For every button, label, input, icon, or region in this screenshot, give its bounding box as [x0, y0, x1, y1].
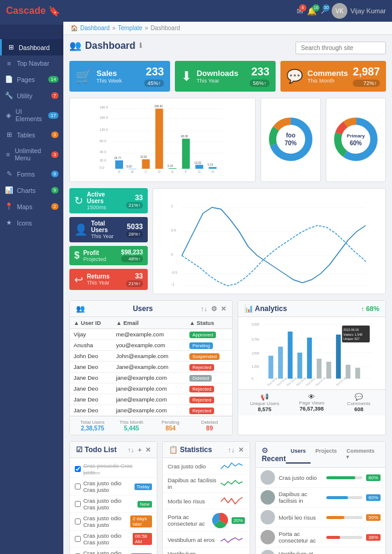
breadcrumb-template[interactable]: Template: [118, 25, 142, 31]
sidebar-item-tables[interactable]: ⊞ Tables 3: [0, 127, 63, 143]
users-icon: 👥: [69, 40, 81, 51]
todo-close-icon[interactable]: ✕: [145, 446, 151, 454]
col-userid: ▲ User ID: [70, 317, 112, 329]
tab-comments[interactable]: Comments ▾: [341, 445, 379, 464]
todo-icon: ☑ Todo List: [76, 445, 116, 454]
todo-checkbox[interactable]: [75, 483, 81, 489]
users-title-icon: 👥: [76, 304, 85, 313]
brand-logo[interactable]: Cascade 🔖: [6, 5, 60, 17]
bar-chart-card: 196.5 160.0 120.0 80.0 40.0 20.0 0.0: [69, 98, 256, 182]
breadcrumb-dashboard[interactable]: Dashboard: [80, 25, 110, 31]
tab-projects[interactable]: Projects: [311, 445, 342, 464]
svg-text:Visitors: 1,548: Visitors: 1,548: [343, 333, 362, 336]
stat-label: Porta ac consectetur ac: [168, 514, 207, 527]
sidebar-item-ui-elements[interactable]: ◈ UI Elements 17: [0, 104, 63, 127]
mini-stat-active-right: 33 21%↑: [126, 194, 143, 209]
ui-badge: 17: [48, 112, 58, 119]
col-email: ▲ Email: [112, 317, 185, 329]
analytics-header: 📊 Analytics ↑ 68%: [238, 301, 385, 317]
mini-stat-returns-info: Returns This Year: [87, 273, 122, 286]
sidebar-item-icons[interactable]: ★ Icons: [0, 215, 63, 231]
todo-text: Cras justo odio Cras justo: [83, 532, 130, 546]
recent-pct: 50%: [366, 514, 381, 521]
mail-icon-wrapper[interactable]: ✉ 4: [297, 7, 303, 16]
topnav-right: ✉ 4 🔔 16 ↗ 30 VK Vijay Kumar: [297, 3, 386, 19]
stat-downloads-value: 233: [250, 66, 270, 78]
stat-label: Morbi leo risus: [168, 498, 217, 505]
af-pageviews: 👁 Page Views 76,57,398: [290, 393, 334, 412]
recent-tabs: Users Projects Comments ▾: [286, 445, 379, 464]
sidebar-collapse-button[interactable]: «: [0, 25, 63, 39]
sidebar-label-tables: Tables: [17, 131, 35, 139]
info-icon[interactable]: ℹ: [139, 42, 142, 49]
stat-label: Dapibus ac facilisis in: [168, 477, 217, 490]
sidebar-item-utility[interactable]: 🔧 Utility 7: [0, 87, 63, 104]
donut-primary: Primary 60%: [332, 115, 380, 165]
todo-tag: 06:58 AM: [133, 533, 152, 545]
users-footer: Total Users 2,38,575 This Month 5,445 Pe…: [70, 416, 232, 435]
sidebar-item-unlimited-menu[interactable]: ≡ Unlimited Menu 3: [0, 143, 63, 166]
svg-rect-95: [355, 368, 360, 379]
stat-downloads-label: Downloads: [197, 69, 245, 78]
ui-icon: ◈: [5, 112, 12, 119]
user-icon: 👤: [74, 223, 87, 236]
sidebar-item-forms[interactable]: ✎ Forms 9: [0, 166, 63, 182]
sidebar-item-top-navbar[interactable]: ≡ Top Navbar: [0, 55, 63, 71]
svg-rect-17: [156, 109, 163, 169]
avatar: [261, 490, 275, 505]
todo-checkbox[interactable]: [75, 466, 81, 472]
stats-close-icon[interactable]: ✕: [238, 446, 244, 454]
recent-bar-wrap: [326, 536, 362, 539]
sidebar-item-pages[interactable]: 📄 Pages 14: [0, 71, 63, 87]
mini-stat-profit-title: Profit: [83, 250, 118, 256]
utility-badge: 7: [51, 92, 58, 99]
todo-checkbox[interactable]: [75, 518, 81, 524]
pages-badge: 14: [48, 76, 58, 83]
todo-text: Cras posuedo Cras justo...: [83, 462, 147, 476]
sidebar-label-ui: UI Elements: [16, 108, 45, 122]
sparkline-svg: [221, 496, 245, 506]
stat-comments-value: 2,987: [353, 66, 380, 78]
share-icon-wrapper[interactable]: ↗ 30: [320, 7, 327, 16]
svg-text:98.08: 98.08: [181, 135, 188, 138]
todo-text: Cras justo odio Cras justo: [83, 497, 135, 511]
stats-sort-icon[interactable]: ↑↓: [228, 446, 235, 454]
sidebar-item-charts[interactable]: 📊 Charts 9: [0, 182, 63, 198]
todo-checkbox[interactable]: [75, 536, 81, 542]
svg-text:196.60: 196.60: [154, 105, 163, 108]
pie-chart-icon: [211, 512, 228, 529]
recent-info: Cras justo odio: [279, 474, 323, 481]
svg-rect-14: [115, 160, 123, 169]
sidebar-item-dashboard[interactable]: ⊞ Dashboard: [0, 39, 63, 55]
todo-sort-icon[interactable]: ↑↓: [128, 446, 134, 454]
recent-info: Morbi leo risus: [279, 514, 323, 521]
sidebar-item-maps[interactable]: 📍 Maps 2: [0, 198, 63, 215]
svg-text:G: G: [198, 170, 201, 174]
sidebar-label-utility: Utility: [17, 92, 33, 99]
users-card-header: 👥 Users ↑↓ ⚙ ✕: [70, 301, 232, 317]
status-badge: Pending: [189, 342, 213, 349]
settings-icon[interactable]: ⚙: [211, 305, 217, 313]
todo-add-icon[interactable]: +: [138, 446, 142, 454]
todo-header: ☑ Todo List ↑↓ + ✕: [70, 442, 157, 458]
svg-text:foo: foo: [286, 132, 296, 139]
status-badge: Rejected: [189, 408, 215, 414]
todo-tag: Today: [134, 483, 152, 490]
status-badge: Deleted: [189, 375, 212, 382]
todo-item: Cras justo odio Cras justo 2 days later: [70, 513, 157, 530]
search-input[interactable]: [296, 42, 386, 54]
mini-stat-active-users: ↻ Active Users 1500ms 33 21%↑: [69, 188, 148, 213]
svg-text:0.19: 0.19: [168, 165, 173, 168]
sort-icon[interactable]: ↑↓: [201, 305, 207, 313]
recent-bar: [326, 496, 348, 499]
avatar: [261, 530, 275, 544]
todo-checkbox[interactable]: [75, 501, 81, 507]
recent-title: ⊙ Recent: [262, 446, 286, 463]
tab-users[interactable]: Users: [286, 445, 311, 464]
mini-stat-total-pct: 28%↑: [126, 231, 143, 238]
svg-text:120.0: 120.0: [100, 128, 108, 131]
page-title: 👥 Dashboard ℹ: [69, 40, 142, 51]
bell-icon-wrapper[interactable]: 🔔 16: [307, 7, 317, 16]
close-icon[interactable]: ✕: [221, 305, 226, 313]
stat-comments-pct: 72%↑: [353, 80, 380, 87]
